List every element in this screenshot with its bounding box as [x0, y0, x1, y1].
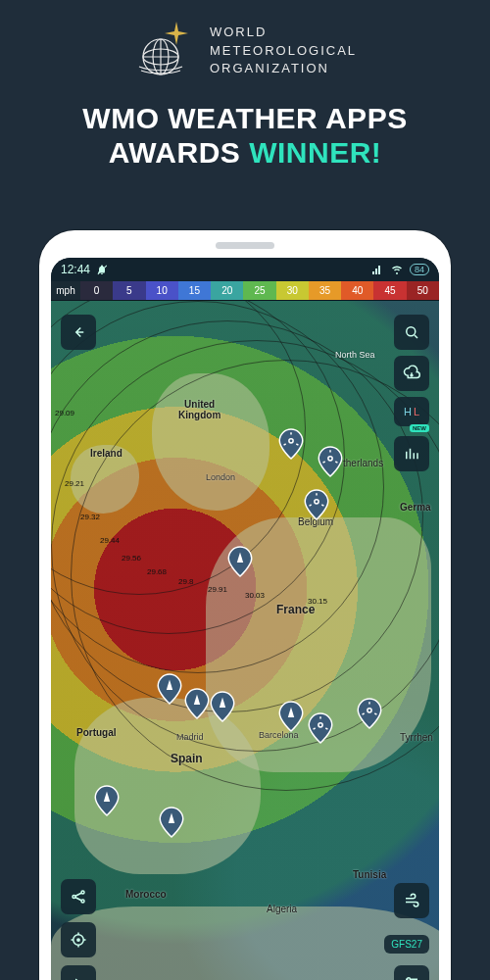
spot-marker[interactable]	[184, 688, 210, 719]
wind-layer-button[interactable]	[394, 883, 429, 918]
spot-marker[interactable]	[304, 489, 329, 520]
country-label: Germa	[400, 502, 431, 513]
country-label: Tunisia	[353, 869, 386, 880]
legend-tick: 20	[211, 281, 243, 300]
city-label: Madrid	[176, 732, 204, 742]
offline-download-button[interactable]	[394, 356, 429, 391]
svg-point-9	[407, 327, 416, 336]
legend-tick: 25	[243, 281, 275, 300]
legend-tick: 15	[178, 281, 211, 300]
svg-point-14	[77, 939, 79, 941]
country-label: Portugal	[76, 727, 117, 738]
back-button[interactable]	[61, 315, 96, 350]
country-label: Algeria	[267, 904, 297, 914]
country-label: France	[276, 603, 315, 616]
wmo-org-name: WORLD METEOROLOGICAL ORGANIZATION	[210, 24, 357, 79]
country-label: Morocco	[125, 889, 167, 900]
wifi-icon	[390, 264, 404, 275]
isobar-label: 29.21	[63, 479, 86, 488]
play-button[interactable]	[61, 965, 96, 980]
isobar-label: 29.68	[145, 567, 169, 576]
spot-marker[interactable]	[210, 691, 235, 722]
isobar-label: 29.8	[176, 577, 196, 586]
model-selector[interactable]: GFS27	[384, 935, 429, 954]
isobar-label: 30.03	[243, 591, 267, 600]
search-button[interactable]	[394, 315, 429, 350]
sea-label: North Sea	[335, 350, 375, 360]
isobar-label: 29.56	[120, 554, 143, 563]
isobar-label: 29.09	[53, 409, 76, 417]
legend-tick: 35	[309, 281, 341, 300]
country-label: United Kingdom	[178, 399, 220, 420]
phone-frame: 12:44 84 mph 0 5 10 15 20 25 30 35 40 45…	[39, 230, 451, 980]
wind-speed-legend: mph 0 5 10 15 20 25 30 35 40 45 50	[51, 281, 439, 301]
legend-tick: 50	[407, 281, 439, 300]
weather-map[interactable]: 29.09 29.21 29.32 29.44 29.56 29.68 29.8…	[51, 301, 439, 980]
legend-tick: 40	[341, 281, 373, 300]
spot-marker[interactable]	[357, 698, 382, 729]
spot-marker[interactable]	[227, 546, 253, 577]
svg-point-12	[81, 900, 84, 903]
isobar-label: 29.91	[206, 585, 229, 594]
signal-icon	[370, 264, 384, 275]
svg-point-10	[73, 896, 75, 899]
spot-marker[interactable]	[157, 673, 182, 705]
stats-button[interactable]	[394, 436, 429, 471]
isobar-label: 29.44	[98, 536, 122, 545]
spot-marker[interactable]	[94, 785, 120, 816]
battery-level: 84	[410, 264, 429, 275]
country-label: Ireland	[90, 448, 122, 459]
share-button[interactable]	[61, 879, 96, 914]
isobar-label: 29.32	[78, 513, 102, 521]
legend-tick: 10	[146, 281, 178, 300]
legend-tick: 30	[276, 281, 309, 300]
country-label: Spain	[171, 752, 203, 765]
pressure-hl-button[interactable]: HL	[394, 397, 429, 426]
spot-marker[interactable]	[278, 701, 304, 732]
status-time: 12:44	[61, 263, 90, 276]
wmo-emblem-icon	[133, 20, 196, 82]
country-label: therlands	[343, 458, 383, 468]
new-badge: NEW	[410, 424, 429, 432]
spot-marker[interactable]	[308, 712, 333, 744]
headline: WMO WEATHER APPS AWARDS WINNER!	[29, 102, 461, 170]
sea-label: Tyrrhen	[400, 732, 433, 743]
svg-point-11	[81, 891, 84, 894]
svg-marker-3	[165, 22, 188, 45]
legend-tick: 45	[373, 281, 406, 300]
spot-marker[interactable]	[159, 807, 184, 838]
city-label: London	[206, 472, 235, 482]
status-bar: 12:44 84	[51, 258, 439, 281]
settings-button[interactable]	[394, 965, 429, 980]
spot-marker[interactable]	[318, 446, 343, 477]
bell-off-icon	[96, 264, 108, 275]
spot-marker[interactable]	[278, 428, 304, 460]
wmo-logo: WORLD METEOROLOGICAL ORGANIZATION	[29, 20, 461, 82]
legend-tick: 5	[113, 281, 145, 300]
locate-button[interactable]	[61, 922, 96, 957]
legend-unit: mph	[51, 281, 80, 300]
legend-tick: 0	[80, 281, 113, 300]
app-screen: 12:44 84 mph 0 5 10 15 20 25 30 35 40 45…	[51, 258, 439, 980]
